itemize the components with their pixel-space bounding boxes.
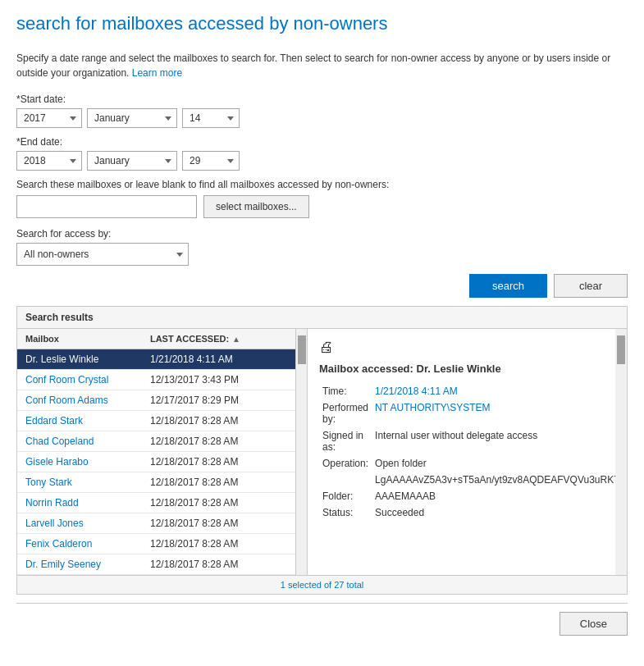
start-month-select[interactable]: January February March April May June Ju… [87, 108, 177, 128]
close-button[interactable]: Close [560, 612, 628, 636]
mailbox-search-section: Search these mailboxes or leave blank to… [16, 179, 628, 218]
col-accessed-header[interactable]: LAST ACCESSED: ▲ [142, 329, 295, 349]
start-date-label: *Start date: [16, 94, 628, 105]
end-date-row: 2015 2016 2017 2018 2019 January Februar… [16, 151, 628, 171]
end-date-section: *End date: 2015 2016 2017 2018 2019 Janu… [16, 136, 628, 171]
detail-label: Signed in as: [319, 427, 372, 455]
accessed-cell: 12/18/2017 8:28 AM [142, 534, 295, 554]
start-day-select[interactable]: 1234 5678 9101112 131415 16171819 202122… [182, 108, 240, 128]
page-title: search for mailboxes accessed by non-own… [16, 13, 628, 34]
detail-value: Open folder [372, 455, 627, 472]
detail-value: 1/21/2018 4:11 AM [372, 383, 627, 399]
select-mailboxes-button[interactable]: select mailboxes... [203, 195, 309, 218]
mailbox-cell: Tony Stark [17, 472, 142, 493]
detail-value: LgAAAAAvZ5A3v+sT5aAn/yt9zv8AQDEAFVQVu3uR… [372, 472, 627, 488]
table-row[interactable]: Conf Room Crystal12/13/2017 3:43 PM [17, 370, 295, 390]
end-date-label: *End date: [16, 136, 628, 148]
description-text: Specify a date range and select the mail… [16, 52, 610, 79]
results-list: Mailbox LAST ACCESSED: ▲ Dr. Leslie Wink [17, 329, 296, 575]
accessed-cell: 12/18/2017 8:28 AM [142, 513, 295, 534]
accessed-cell: 12/18/2017 8:28 AM [142, 554, 295, 575]
detail-scrollbar[interactable] [615, 329, 627, 575]
mailbox-search-label: Search these mailboxes or leave blank to… [16, 179, 628, 190]
print-icon-row: 🖨 [319, 339, 615, 356]
detail-label [319, 472, 372, 488]
mailbox-cell: Fenix Calderon [17, 534, 142, 554]
detail-title: Mailbox accessed: Dr. Leslie Winkle [319, 363, 615, 375]
description: Specify a date range and select the mail… [16, 51, 628, 80]
table-row[interactable]: Conf Room Adams12/17/2017 8:29 PM [17, 390, 295, 411]
detail-row: Time:1/21/2018 4:11 AM [319, 383, 627, 399]
detail-row: LgAAAAAvZ5A3v+sT5aAn/yt9zv8AQDEAFVQVu3uR… [319, 472, 627, 488]
detail-row: Performed by:NT AUTHORITY\SYSTEM [319, 399, 627, 427]
start-date-row: 2015 2016 2017 2018 2019 January Februar… [16, 108, 628, 128]
access-by-select[interactable]: All non-owners Internal users External u… [16, 243, 189, 266]
mailbox-cell: Gisele Harabo [17, 452, 142, 472]
access-section: Search for access by: All non-owners Int… [16, 228, 628, 266]
table-row[interactable]: Dr. Emily Seeney12/18/2017 8:28 AM [17, 554, 295, 575]
detail-value: Succeeded [372, 504, 627, 521]
results-table: Mailbox LAST ACCESSED: ▲ Dr. Leslie Wink [17, 329, 295, 575]
mailbox-cell: Eddard Stark [17, 411, 142, 431]
accessed-cell: 1/21/2018 4:11 AM [142, 349, 295, 370]
detail-label: Time: [319, 383, 372, 399]
end-year-select[interactable]: 2015 2016 2017 2018 2019 [16, 151, 82, 171]
action-buttons: search clear [16, 274, 628, 298]
clear-button[interactable]: clear [554, 274, 628, 298]
detail-label: Folder: [319, 488, 372, 504]
results-footer: 1 selected of 27 total [17, 575, 627, 594]
accessed-cell: 12/13/2017 3:43 PM [142, 370, 295, 390]
results-header: Search results [17, 307, 627, 329]
detail-label: Operation: [319, 455, 372, 472]
mailbox-cell: Dr. Leslie Winkle [17, 349, 142, 370]
table-row[interactable]: Larvell Jones12/18/2017 8:28 AM [17, 513, 295, 534]
bottom-bar: Close [16, 603, 628, 644]
detail-panel: 🖨 Mailbox accessed: Dr. Leslie Winkle Ti… [308, 329, 627, 575]
search-button[interactable]: search [469, 274, 547, 298]
detail-row: Folder:AAAEMAAAB [319, 488, 627, 504]
accessed-cell: 12/18/2017 8:28 AM [142, 452, 295, 472]
detail-label: Performed by: [319, 399, 372, 427]
detail-row: Signed in as:Internal user without deleg… [319, 427, 627, 455]
start-date-section: *Start date: 2015 2016 2017 2018 2019 Ja… [16, 94, 628, 128]
results-content: Mailbox LAST ACCESSED: ▲ Dr. Leslie Wink [17, 329, 627, 575]
table-row[interactable]: Tony Stark12/18/2017 8:28 AM [17, 472, 295, 493]
accessed-cell: 12/17/2017 8:29 PM [142, 390, 295, 411]
list-scrollbar[interactable] [296, 329, 308, 575]
accessed-cell: 12/18/2017 8:28 AM [142, 472, 295, 493]
table-row[interactable]: Fenix Calderon12/18/2017 8:28 AM [17, 534, 295, 554]
accessed-cell: 12/18/2017 8:28 AM [142, 493, 295, 513]
col-mailbox-header[interactable]: Mailbox [17, 329, 142, 349]
table-row[interactable]: Norrin Radd12/18/2017 8:28 AM [17, 493, 295, 513]
end-month-select[interactable]: January February March April May June Ju… [87, 151, 177, 171]
accessed-cell: 12/18/2017 8:28 AM [142, 431, 295, 452]
detail-table: Time:1/21/2018 4:11 AMPerformed by:NT AU… [319, 383, 627, 521]
results-tbody: Dr. Leslie Winkle1/21/2018 4:11 AMConf R… [17, 349, 295, 575]
mailbox-cell: Conf Room Crystal [17, 370, 142, 390]
results-area: Search results Mailbox LAST ACCESSED: ▲ [16, 306, 628, 595]
mailbox-cell: Conf Room Adams [17, 390, 142, 411]
mailbox-input[interactable] [16, 195, 197, 218]
table-row[interactable]: Dr. Leslie Winkle1/21/2018 4:11 AM [17, 349, 295, 370]
start-year-select[interactable]: 2015 2016 2017 2018 2019 [16, 108, 82, 128]
detail-value: NT AUTHORITY\SYSTEM [372, 399, 627, 427]
detail-scrollbar-thumb [617, 335, 625, 364]
accessed-cell: 12/18/2017 8:28 AM [142, 411, 295, 431]
mailbox-cell: Norrin Radd [17, 493, 142, 513]
detail-value: Internal user without delegate access [372, 427, 627, 455]
mailbox-input-row: select mailboxes... [16, 195, 628, 218]
learn-more-link[interactable]: Learn more [132, 67, 182, 79]
table-header-row: Mailbox LAST ACCESSED: ▲ [17, 329, 295, 349]
table-row[interactable]: Gisele Harabo12/18/2017 8:28 AM [17, 452, 295, 472]
table-row[interactable]: Eddard Stark12/18/2017 8:28 AM [17, 411, 295, 431]
table-row[interactable]: Chad Copeland12/18/2017 8:28 AM [17, 431, 295, 452]
mailbox-cell: Chad Copeland [17, 431, 142, 452]
print-icon[interactable]: 🖨 [319, 339, 334, 355]
page-container: search for mailboxes accessed by non-own… [0, 0, 644, 657]
detail-row: Status:Succeeded [319, 504, 627, 521]
mailbox-cell: Dr. Emily Seeney [17, 554, 142, 575]
sort-icon: ▲ [232, 335, 240, 344]
detail-value: AAAEMAAAB [372, 488, 627, 504]
end-day-select[interactable]: 1234 5678 9101112 13141516 17181920 2122… [182, 151, 240, 171]
mailbox-cell: Larvell Jones [17, 513, 142, 534]
